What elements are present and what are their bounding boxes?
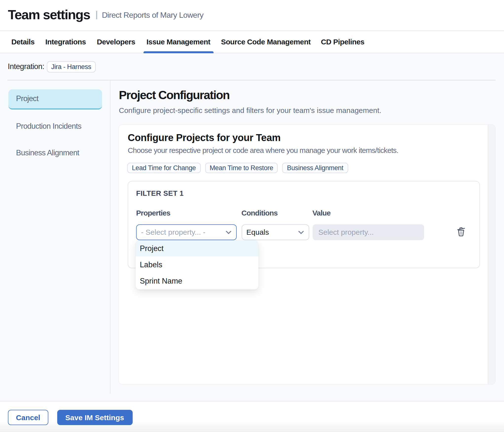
integration-strip: Integration: Jira - Harness (0, 53, 504, 80)
sidebar-item-business-alignment[interactable]: Business Alignment (8, 143, 102, 163)
integration-label: Integration: (8, 62, 44, 71)
tab-issue-management[interactable]: Issue Management (143, 31, 214, 53)
sidebar-item-production-incidents[interactable]: Production Incidents (8, 116, 102, 136)
section-description: Configure project-specific settings and … (119, 105, 381, 116)
tab-developers[interactable]: Developers (94, 31, 138, 53)
dropdown-option-labels[interactable]: Labels (135, 257, 258, 273)
footer: Cancel Save IM Settings (0, 401, 504, 432)
dropdown-option-sprint-name[interactable]: Sprint Name (135, 273, 258, 289)
tab-label: Source Code Management (221, 38, 311, 46)
value-column-label: Value (312, 209, 330, 217)
properties-dropdown-menu: Project Labels Sprint Name (135, 240, 258, 289)
tab-details[interactable]: Details (8, 31, 37, 53)
page-title: Team settings (8, 8, 90, 23)
value-input[interactable] (312, 224, 424, 240)
save-im-settings-button[interactable]: Save IM Settings (57, 410, 132, 425)
tab-label: CD Pipelines (321, 38, 364, 46)
conditions-column-label: Conditions (241, 209, 278, 217)
tab-label: Issue Management (146, 38, 210, 46)
main-panel: Project Configuration Configure project-… (118, 80, 496, 401)
tab-label: Details (11, 38, 35, 46)
active-tab-underline (143, 51, 214, 53)
properties-select[interactable]: - Select property... - (136, 224, 237, 240)
card-description: Choose your respective project or code a… (128, 144, 398, 156)
chip-business-alignment[interactable]: Business Alignment (282, 163, 348, 173)
tab-cd-pipelines[interactable]: CD Pipelines (318, 31, 367, 53)
trash-icon (456, 227, 466, 237)
conditions-select[interactable]: Equals (241, 224, 309, 240)
sidebar-item-project[interactable]: Project (8, 89, 102, 109)
card-title: Configure Projects for your Team (128, 131, 281, 144)
tab-integrations[interactable]: Integrations (42, 31, 89, 53)
metric-chips: Lead Time for Change Mean Time to Restor… (127, 163, 348, 173)
page-header: Team settings Direct Reports of Mary Low… (0, 0, 504, 30)
sidebar-divider (110, 80, 110, 393)
sidebar-item-label: Project (16, 94, 38, 103)
chevron-down-icon (298, 231, 304, 234)
sidebar-item-label: Business Alignment (16, 148, 79, 157)
tab-bar: Details Integrations Developers Issue Ma… (0, 30, 504, 53)
dropdown-option-project[interactable]: Project (135, 240, 258, 257)
filter-row: - Select property... - Equals (128, 224, 479, 240)
integration-chip[interactable]: Jira - Harness (47, 61, 95, 72)
sidebar-item-label: Production Incidents (16, 122, 81, 130)
chip-mean-time-to-restore[interactable]: Mean Time to Restore (205, 163, 278, 173)
card-scrollbar-gutter[interactable] (488, 125, 495, 384)
section-title: Project Configuration (119, 88, 230, 102)
filter-set-title: FILTER SET 1 (136, 189, 184, 197)
cancel-button[interactable]: Cancel (8, 410, 48, 425)
chevron-down-icon (226, 231, 231, 234)
conditions-select-value: Equals (242, 228, 269, 236)
properties-select-value: - Select property... - (137, 228, 205, 236)
chip-lead-time-for-change[interactable]: Lead Time for Change (127, 163, 200, 173)
tab-label: Integrations (45, 38, 86, 46)
tab-label: Developers (97, 38, 135, 46)
title-separator (96, 11, 97, 19)
page-subtitle: Direct Reports of Mary Lowery (102, 11, 203, 20)
properties-column-label: Properties (136, 209, 170, 217)
team-settings-page: Team settings Direct Reports of Mary Low… (0, 0, 504, 432)
delete-filter-button[interactable] (456, 227, 467, 237)
content-area: Project Production Incidents Business Al… (0, 80, 504, 401)
tab-source-code-management[interactable]: Source Code Management (218, 31, 313, 53)
